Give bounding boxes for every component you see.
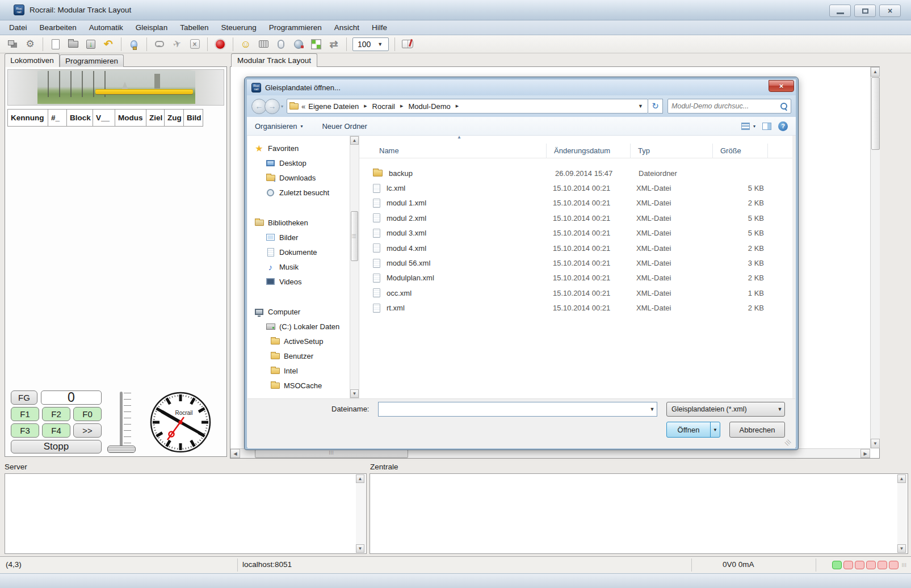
file-row-occ-xml[interactable]: occ.xml15.10.2014 00:21XML-Datei1 KB [359, 285, 792, 300]
smiley-button[interactable]: ☺ [239, 37, 253, 51]
horizontal-scroll-thumb[interactable]: ||| [255, 450, 408, 458]
settings-button[interactable]: ⚙ [23, 37, 37, 51]
breadcrumb-rocrail[interactable]: Rocrail [372, 102, 395, 111]
file-row-modul1-xml[interactable]: modul 1.xml15.10.2014 00:21XML-Datei2 KB [359, 196, 792, 211]
speed-slider-thumb[interactable] [107, 446, 136, 453]
sidebar-item-zuletzt-besucht[interactable]: Zuletzt besucht [247, 185, 350, 200]
f2-button[interactable]: F2 [42, 407, 70, 421]
col-zug[interactable]: Zug [164, 109, 184, 127]
file-row-modul2-xml[interactable]: modul 2.xml15.10.2014 00:21XML-Datei5 KB [359, 211, 792, 225]
col-v[interactable]: V__ [93, 109, 115, 127]
central-log-box[interactable]: ▲ ▼ [370, 473, 908, 554]
sidebar-item-desktop[interactable]: Desktop [247, 156, 350, 170]
close-button[interactable]: × [879, 5, 901, 17]
cancel-button[interactable]: Abbrechen [729, 422, 785, 438]
maximize-button[interactable] [854, 5, 876, 17]
history-dropdown[interactable]: ▾ [281, 104, 283, 109]
stop-button[interactable]: Stopp [11, 440, 102, 453]
blocks-button[interactable] [309, 37, 323, 51]
minimize-button[interactable] [829, 5, 851, 17]
f3-button[interactable]: F3 [11, 423, 39, 438]
file-row-lc-xml[interactable]: lc.xml15.10.2014 00:21XML-Datei5 KB [359, 180, 792, 195]
column-size[interactable]: Größe [713, 144, 768, 158]
file-row-modul3-xml[interactable]: modul 3.xml15.10.2014 00:21XML-Datei5 KB [359, 226, 792, 241]
undo-button[interactable]: ↶ [102, 37, 115, 51]
chevron-down-icon[interactable]: ▼ [648, 406, 657, 412]
breadcrumb-separator-icon[interactable]: ▶ [362, 104, 369, 108]
menu-gleisplan[interactable]: Gleisplan [136, 23, 167, 32]
scroll-down-button[interactable]: ▼ [871, 439, 880, 448]
scroll-left-button[interactable]: ◀ [230, 449, 240, 458]
menu-ansicht[interactable]: Ansicht [334, 23, 359, 32]
tab-modular-track-layout[interactable]: Modular Track Layout [231, 53, 317, 67]
delete-button[interactable]: × [188, 37, 201, 51]
workspace-button[interactable] [6, 37, 19, 51]
file-row-modul4-xml[interactable]: modul 4.xml15.10.2014 00:21XML-Datei2 KB [359, 241, 792, 255]
search-input[interactable] [671, 102, 780, 110]
sidebar-item-msocache[interactable]: MSOCache [247, 378, 350, 393]
file-row-backup[interactable]: backup26.09.2014 15:47Dateiordner [359, 166, 792, 180]
filename-combobox[interactable]: ▼ [378, 402, 657, 417]
sidebar-item-musik[interactable]: ♪Musik [247, 259, 350, 274]
menu-automatik[interactable]: Automatik [89, 23, 123, 32]
menu-bearbeiten[interactable]: Bearbeiten [40, 23, 77, 32]
breadcrumb-eigene-dateien[interactable]: Eigene Dateien [308, 102, 359, 111]
col-number[interactable]: #_ [48, 109, 67, 127]
scroll-right-button[interactable]: ▶ [860, 449, 870, 458]
sidebar-scroll-up[interactable]: ▲ [350, 136, 359, 145]
forward-button[interactable]: → [265, 99, 280, 114]
file-row-modulplan-xml[interactable]: Modulplan.xml15.10.2014 00:21XML-Datei2 … [359, 271, 792, 285]
open-button[interactable]: Öffnen ▼ [666, 422, 720, 438]
help-button[interactable]: ? [778, 121, 788, 131]
vertical-scroll-thumb[interactable] [871, 77, 880, 150]
col-block[interactable]: Block [66, 109, 93, 127]
emergency-stop-button[interactable] [213, 37, 227, 51]
filetype-select[interactable]: Gleisplandateien (*.xml) ▼ [666, 402, 785, 417]
mouse-button[interactable] [274, 37, 288, 51]
organize-menu-button[interactable]: Organisieren ▾ [255, 122, 303, 131]
menu-steuerung[interactable]: Steuerung [221, 23, 256, 32]
filename-input[interactable] [379, 402, 648, 416]
preview-pane-button[interactable] [762, 123, 771, 130]
cab-control-button[interactable] [257, 37, 270, 51]
sidebar-item-lokaler-datentraeger[interactable]: (C:) Lokaler Daten [247, 319, 350, 334]
server-log-scrollbar[interactable]: ▲ ▼ [356, 474, 366, 553]
sidebar-scroll-down[interactable]: ▼ [350, 389, 359, 398]
routes-button[interactable]: ⇄ [327, 37, 341, 51]
dialog-close-button[interactable]: × [769, 80, 794, 92]
breadcrumb-separator-icon[interactable]: ▶ [454, 104, 461, 108]
speed-slider[interactable] [117, 392, 144, 453]
globe-button[interactable] [292, 37, 305, 51]
sidebar-scroll-thumb[interactable]: ||| [351, 211, 358, 261]
menu-tabellen[interactable]: Tabellen [180, 23, 208, 32]
f1-button[interactable]: F1 [11, 407, 39, 421]
fg-button[interactable]: FG [11, 390, 37, 405]
col-modus[interactable]: Modus [115, 109, 146, 127]
col-kennung[interactable]: Kennung [7, 109, 48, 127]
vertical-scrollbar[interactable]: ▲ ▼ [870, 67, 880, 448]
breadcrumb-separator-icon[interactable]: ▶ [398, 104, 405, 108]
open-plan-button[interactable] [66, 37, 80, 51]
column-type[interactable]: Typ [631, 144, 713, 158]
help-book-button[interactable] [401, 37, 414, 51]
open-split-dropdown[interactable]: ▼ [710, 422, 720, 437]
power-button[interactable] [127, 37, 141, 51]
more-functions-button[interactable]: >> [73, 423, 102, 438]
scroll-up-button[interactable]: ▲ [871, 67, 880, 77]
zoom-select[interactable]: 100 ▼ [352, 37, 389, 51]
save-button[interactable]: ↓ [84, 37, 98, 51]
sidebar-item-activesetup[interactable]: ActiveSetup [247, 334, 350, 348]
query-button[interactable] [153, 37, 166, 51]
f0-button[interactable]: F0 [73, 407, 102, 421]
views-button[interactable]: ▾ [741, 123, 755, 130]
f4-button[interactable]: F4 [42, 423, 70, 438]
breadcrumb-modul-demo[interactable]: Modul-Demo [408, 102, 450, 111]
send-button[interactable]: ✈ [170, 37, 184, 51]
col-ziel[interactable]: Ziel [146, 109, 165, 127]
sidebar-item-dokumente[interactable]: Dokumente [247, 245, 350, 259]
dialog-resize-grip[interactable]: ||| [784, 438, 792, 446]
col-bild[interactable]: Bild [183, 109, 203, 127]
refresh-button[interactable]: ↻ [648, 99, 663, 114]
menu-hilfe[interactable]: Hilfe [372, 23, 387, 32]
menu-programmieren[interactable]: Programmieren [269, 23, 322, 32]
